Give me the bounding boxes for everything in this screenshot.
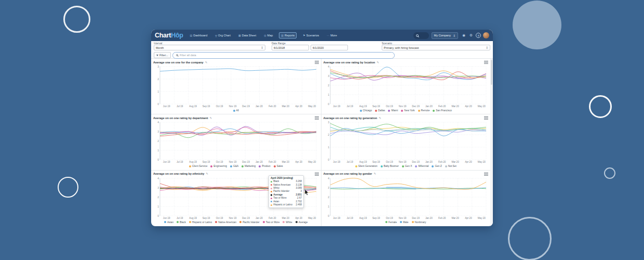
nav-item-org-chart[interactable]: ╦Org Chart [213,33,232,38]
x-axis-label: Oct 19 [383,217,396,220]
filter-button[interactable]: Filter... [154,52,171,58]
scrollbar[interactable] [490,59,493,226]
help-icon[interactable]: ? [476,33,481,38]
x-axis-label: Jul 19 [343,161,356,164]
chart-menu-icon[interactable] [315,116,319,117]
legend-item[interactable]: Male [400,221,408,224]
legend-item[interactable]: Remote [418,109,430,112]
legend-item[interactable]: Hispanic or Latino [189,221,212,224]
x-axis-label: Aug 19 [186,161,199,164]
legend-item[interactable]: All [233,109,239,112]
x-axis-label: Jan 20 [252,105,265,108]
legend-item[interactable]: Marketing [242,165,256,167]
x-axis-label: May 20 [305,105,318,108]
x-axis-label: Aug 19 [186,217,199,220]
date-start-input[interactable]: 6/1/2018 [272,45,309,50]
search-icon [176,54,178,56]
nav-item-data-sheet[interactable]: ▦Data Sheet [237,33,258,38]
edit-pencil-icon[interactable]: ✎ [373,172,376,175]
interval-select[interactable]: Month⇕ [154,45,265,50]
edit-pencil-icon[interactable]: ✎ [210,116,212,120]
legend-item[interactable]: G&A [230,165,238,167]
x-axis-label: Jul 19 [173,105,186,108]
legend-item[interactable]: San Francisco [433,109,452,112]
nav-item-scenarios[interactable]: ⚑Scenarios [301,33,320,38]
company-selector[interactable]: My Company⇕ [432,32,458,39]
legend-item[interactable]: Sales [274,165,283,167]
chart-card-gender: Average on on one rating by gender ✎ 012… [321,171,491,226]
legend-item[interactable]: Gen Z [432,165,441,167]
user-avatar[interactable] [483,32,489,38]
edit-pencil-icon[interactable]: ✎ [377,61,379,64]
x-axis-label: Jul 19 [173,217,186,220]
tooltip-row: Hispanic or Latino2.468 [271,203,302,206]
edit-pencil-icon[interactable]: ✎ [206,172,208,175]
legend-item[interactable]: Not Set [445,165,457,167]
edit-pencil-icon[interactable]: ✎ [379,116,381,120]
legend-item[interactable]: Baby Boomer [381,165,399,167]
scenario-select[interactable]: Primary, with hiring forecast⇕ [382,45,490,50]
legend-item[interactable]: Product [259,165,271,167]
chart-menu-icon[interactable] [484,173,488,173]
eye-icon[interactable]: ◉ [461,33,466,38]
legend-item[interactable]: Gen X [402,165,412,167]
chart-legend: FemaleMaleNonbinary [324,220,489,225]
x-axis-labels: Jun 19Jul 19Aug 19Sep 19Oct 19Nov 19Dec … [153,105,319,108]
filter-search-input[interactable] [180,54,391,57]
svg-text:4: 4 [328,65,329,68]
legend-item[interactable]: Miami [388,109,398,112]
charthop-logo[interactable]: ChartHôp [155,32,183,39]
legend-item[interactable]: Client Service [189,165,208,167]
nav-item-map[interactable]: ◎Map [262,33,274,38]
legend-item[interactable]: Pacific Islander [239,221,260,224]
chart-menu-icon[interactable] [315,173,319,173]
legend-item[interactable]: Silent Generation [355,165,378,167]
legend-item[interactable]: New York [401,109,414,112]
legend-item[interactable]: Native American [215,221,236,224]
svg-text:4: 4 [328,176,329,179]
svg-text:3: 3 [328,186,329,189]
nav-item-reports[interactable]: ▥Reports [279,32,297,38]
legend-item[interactable]: Dallas [375,109,385,112]
nav-item-dashboard[interactable]: ▤Dashboard [189,33,209,38]
gear-icon[interactable]: ⚙ [468,33,474,38]
legend-item[interactable]: Asian [164,221,173,224]
global-search[interactable] [413,32,429,39]
svg-text:0: 0 [328,214,329,216]
decor-circle [513,1,561,49]
chart-plot: 01234 [324,176,489,217]
x-axis-label: Mar 20 [279,161,292,164]
x-axis-label: Dec 19 [239,217,252,220]
chart-menu-icon[interactable] [484,116,488,117]
x-axis-label: Oct 19 [213,105,226,108]
legend-item[interactable]: Female [385,221,397,224]
chart-menu-icon[interactable] [315,61,319,61]
x-axis-label: Jan 20 [422,161,435,164]
legend-item[interactable]: Chicago [360,109,372,112]
date-end-input[interactable]: 6/1/2020 [311,45,348,50]
chart-plot: 0123 [324,120,489,161]
legend-item[interactable]: Engineering [210,165,227,167]
x-axis-label: Mar 20 [279,217,292,220]
legend-item[interactable]: White [283,221,292,224]
legend-item[interactable]: Two or More [263,221,280,224]
chart-title: Average on on one rating by ethnicity [153,172,204,175]
edit-pencil-icon[interactable]: ✎ [205,61,208,64]
legend-item[interactable]: Average [296,221,308,224]
scrollbar-thumb[interactable] [491,60,492,85]
svg-text:1: 1 [328,146,329,149]
legend-item[interactable]: Nonbinary [412,221,426,224]
x-axis-label: May 20 [475,105,488,108]
legend-item[interactable]: Millennial [415,165,428,167]
x-axis-label: Nov 19 [396,105,409,108]
nav-item-more[interactable]: ⋯More [325,33,339,38]
x-axis-label: Nov 19 [226,105,239,108]
svg-text:2: 2 [328,195,329,198]
x-axis-label: Dec 19 [409,105,422,108]
svg-text:2: 2 [157,195,159,198]
chart-header: Average on on one rating by gender ✎ [324,172,489,176]
svg-text:2: 2 [157,139,159,142]
legend-item[interactable]: Black [177,221,186,224]
decor-circle [63,6,90,33]
chart-menu-icon[interactable] [484,61,488,61]
